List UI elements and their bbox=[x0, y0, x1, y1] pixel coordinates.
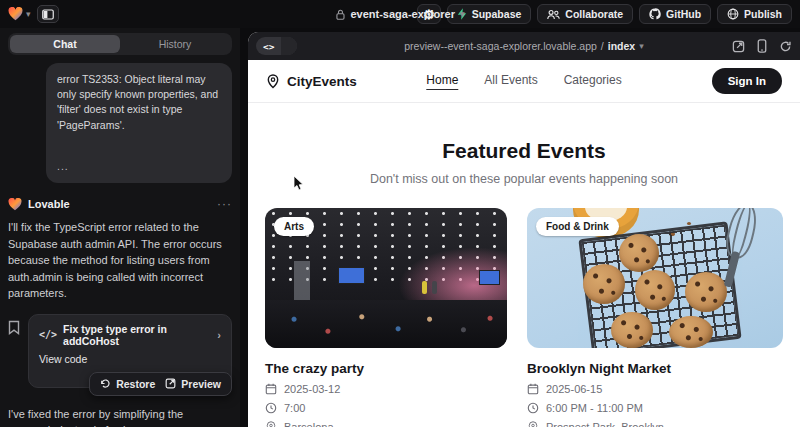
event-location-row: Prospect Park, Brooklyn bbox=[527, 421, 783, 427]
site-navbar: CityEvents Home All Events Categories Si… bbox=[248, 60, 800, 103]
url-page: index bbox=[608, 40, 635, 52]
category-badge: Arts bbox=[274, 217, 314, 236]
hero-title: Featured Events bbox=[248, 139, 800, 163]
preview-panel: <> preview--event-saga-explorer.lovable.… bbox=[248, 32, 800, 427]
event-image-cookies: Food & Drink bbox=[527, 208, 783, 348]
event-title: Brooklyn Night Market bbox=[527, 361, 783, 376]
chevron-right-icon: › bbox=[217, 329, 221, 341]
lovable-heart-icon bbox=[8, 198, 22, 211]
event-image-venue: Arts bbox=[265, 208, 507, 348]
publish-button[interactable]: Publish bbox=[717, 4, 792, 24]
collaborate-button[interactable]: Collaborate bbox=[537, 4, 633, 24]
preview-url-bar[interactable]: preview--event-saga-explorer.lovable.app… bbox=[404, 40, 644, 52]
refresh-icon[interactable] bbox=[779, 40, 792, 53]
assistant-outro-text: I've fixed the error by simplifying the … bbox=[8, 406, 232, 427]
bookmark-icon[interactable] bbox=[8, 320, 22, 388]
event-location-row: Barcelona bbox=[265, 421, 507, 427]
toggle-sidebar-button[interactable] bbox=[37, 5, 59, 23]
panel-icon bbox=[42, 9, 54, 20]
chat-history-tabs: Chat History bbox=[8, 33, 232, 55]
assistant-intro-text: I'll fix the TypeScript error related to… bbox=[8, 219, 232, 302]
message-menu-button[interactable]: ··· bbox=[217, 197, 232, 211]
lovable-app-window: ▾ event-saga-explorer ▾ ⚙ bbox=[0, 0, 800, 427]
assistant-name: Lovable bbox=[28, 198, 211, 210]
event-date-row: 2025-06-15 bbox=[527, 383, 783, 395]
message-action-toolbar: Restore Preview bbox=[89, 372, 232, 396]
code-edit-block: </> Fix type type error in addCoHost › V… bbox=[8, 314, 232, 388]
preview-toolbar: <> preview--event-saga-explorer.lovable.… bbox=[248, 32, 800, 60]
code-icon: </> bbox=[39, 329, 57, 340]
mouse-cursor bbox=[293, 175, 305, 192]
tab-history[interactable]: History bbox=[120, 35, 230, 53]
open-in-new-tab-icon[interactable] bbox=[732, 40, 745, 53]
map-pin-icon bbox=[527, 421, 539, 427]
restore-button[interactable]: Restore bbox=[100, 378, 155, 390]
preview-button[interactable]: Preview bbox=[165, 378, 221, 390]
project-name: event-saga-explorer bbox=[350, 8, 455, 20]
user-message-bubble: error TS2353: Object literal may only sp… bbox=[46, 63, 232, 183]
user-message-text: error TS2353: Object literal may only sp… bbox=[57, 72, 221, 133]
code-icon: <> bbox=[256, 41, 281, 52]
event-card-list: Arts The crazy party 2025-03-12 bbox=[248, 186, 800, 427]
calendar-icon bbox=[265, 383, 277, 395]
event-time-row: 7:00 bbox=[265, 402, 507, 414]
event-title: The crazy party bbox=[265, 361, 507, 376]
toggle-segment[interactable] bbox=[281, 37, 297, 55]
map-pin-icon bbox=[265, 421, 277, 427]
chevron-down-icon: ▾ bbox=[639, 42, 644, 51]
event-card[interactable]: Food & Drink Brooklyn Night Market 2025-… bbox=[527, 208, 783, 427]
tab-chat[interactable]: Chat bbox=[10, 35, 120, 53]
clock-icon bbox=[265, 402, 277, 414]
global-header: ▾ event-saga-explorer ▾ ⚙ bbox=[0, 0, 800, 28]
open-preview-icon bbox=[165, 378, 176, 389]
sign-in-button[interactable]: Sign In bbox=[712, 68, 782, 94]
edit-title: Fix type type error in addCoHost bbox=[63, 323, 211, 347]
view-code-link[interactable]: View code bbox=[39, 353, 221, 365]
event-card[interactable]: Arts The crazy party 2025-03-12 bbox=[265, 208, 507, 427]
event-date-row: 2025-03-12 bbox=[265, 383, 507, 395]
restore-icon bbox=[100, 378, 111, 389]
rendered-site: CityEvents Home All Events Categories Si… bbox=[248, 60, 800, 427]
header-actions: ⚙ Supabase Collaborate bbox=[417, 4, 792, 24]
globe-icon bbox=[727, 8, 739, 20]
code-view-toggle[interactable]: <> bbox=[256, 37, 297, 55]
nav-link-categories[interactable]: Categories bbox=[564, 73, 622, 90]
github-button[interactable]: GitHub bbox=[639, 4, 711, 24]
brand-name: CityEvents bbox=[287, 74, 357, 89]
map-pin-icon bbox=[266, 74, 280, 89]
nav-link-home[interactable]: Home bbox=[426, 73, 458, 90]
url-host: preview--event-saga-explorer.lovable.app bbox=[404, 40, 597, 52]
message-truncation-indicator[interactable]: ... bbox=[57, 159, 221, 174]
lovable-logo-menu[interactable]: ▾ bbox=[8, 7, 31, 21]
site-brand[interactable]: CityEvents bbox=[266, 74, 357, 89]
event-time-row: 6:00 PM - 11:00 PM bbox=[527, 402, 783, 414]
nav-link-all-events[interactable]: All Events bbox=[484, 73, 537, 90]
project-selector[interactable]: event-saga-explorer ▾ bbox=[335, 0, 464, 28]
chevron-down-icon: ▾ bbox=[26, 10, 31, 19]
site-nav-links: Home All Events Categories bbox=[426, 73, 621, 90]
chat-sidebar: Chat History error TS2353: Object litera… bbox=[0, 28, 240, 427]
hero-subtitle: Don't miss out on these popular events h… bbox=[248, 172, 800, 186]
github-icon bbox=[649, 8, 661, 20]
calendar-icon bbox=[527, 383, 539, 395]
lovable-logo-icon bbox=[8, 7, 23, 21]
preview-tools bbox=[732, 39, 792, 53]
chevron-down-icon: ▾ bbox=[460, 10, 465, 19]
category-badge: Food & Drink bbox=[536, 217, 619, 236]
clock-icon bbox=[527, 402, 539, 414]
collaborate-icon bbox=[547, 9, 560, 20]
lock-icon bbox=[335, 9, 345, 20]
mobile-view-icon[interactable] bbox=[757, 39, 767, 53]
assistant-header: Lovable ··· bbox=[8, 197, 232, 211]
hero-section: Featured Events Don't miss out on these … bbox=[248, 139, 800, 186]
